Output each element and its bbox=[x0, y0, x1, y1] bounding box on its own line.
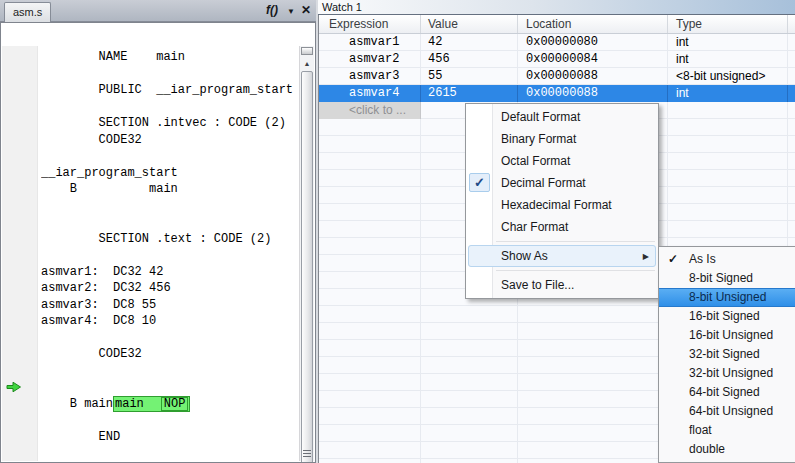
code-line: NAME main bbox=[41, 49, 298, 66]
code-area[interactable]: NAME main PUBLIC __iar_program_start SEC… bbox=[41, 49, 298, 460]
add-expression-placeholder[interactable]: <click to ... bbox=[319, 102, 421, 119]
chevron-down-icon[interactable]: ▼ bbox=[287, 7, 295, 16]
menu-item-decimal-format[interactable]: ✓Decimal Format bbox=[466, 172, 658, 194]
menu-item-show-as[interactable]: Show As ▶ bbox=[468, 245, 656, 267]
cell-expression[interactable]: asmvar3 bbox=[319, 68, 421, 85]
menu-item-char-format[interactable]: Char Format bbox=[466, 216, 658, 238]
column-header-location[interactable]: Location bbox=[518, 15, 668, 33]
watch-title-bar: Watch 1 bbox=[318, 0, 795, 15]
editor-scrollbar[interactable]: ▲ bbox=[299, 46, 314, 461]
code-line: asmvar4: DC8 10 bbox=[41, 313, 298, 330]
code-line: asmvar2: DC32 456 bbox=[41, 280, 298, 297]
cell-value[interactable]: 55 bbox=[421, 68, 518, 85]
code-line bbox=[41, 363, 298, 380]
cell-value[interactable]: 42 bbox=[421, 34, 518, 51]
code-line: asmvar3: DC8 55 bbox=[41, 297, 298, 314]
cell-location: 0x00000080 bbox=[518, 34, 668, 51]
code-line: END bbox=[41, 429, 298, 446]
cell-value[interactable]: 2615 bbox=[421, 85, 518, 102]
submenu-item-64-bit-signed[interactable]: 64-bit Signed bbox=[659, 383, 795, 402]
submenu-item-32-bit-signed[interactable]: 32-bit Signed bbox=[659, 345, 795, 364]
submenu-item-label: As Is bbox=[689, 252, 716, 266]
editor-panel: asm.s f() ▼ ✕ NAME main PUBLIC __iar_pro… bbox=[0, 0, 316, 463]
cell-type: <8-bit unsigned> bbox=[668, 68, 788, 85]
submenu-item-8-bit-unsigned[interactable]: 8-bit Unsigned bbox=[659, 288, 795, 307]
submenu-arrow-icon: ▶ bbox=[643, 246, 649, 268]
breakpoint-gutter[interactable] bbox=[2, 46, 38, 461]
cell-type: int bbox=[668, 51, 788, 68]
menu-item-hexadecimal-format[interactable]: Hexadecimal Format bbox=[466, 194, 658, 216]
submenu-item-64-bit-unsigned[interactable]: 64-bit Unsigned bbox=[659, 402, 795, 421]
editor-tab-bar: asm.s f() ▼ ✕ bbox=[0, 0, 316, 22]
scrollbar-grip-icon[interactable] bbox=[302, 448, 312, 458]
code-line: B main bbox=[41, 181, 298, 198]
cell-type: int bbox=[668, 34, 788, 51]
close-icon[interactable]: ✕ bbox=[301, 3, 311, 17]
cell-type: int bbox=[668, 85, 788, 102]
column-header-spacer bbox=[788, 15, 795, 33]
code-line bbox=[41, 247, 298, 264]
watch-row-asmvar2[interactable]: asmvar2 456 0x00000084 int bbox=[319, 51, 795, 68]
submenu-item-16-bit-unsigned[interactable]: 16-bit Unsigned bbox=[659, 326, 795, 345]
cell-expression[interactable]: asmvar1 bbox=[319, 34, 421, 51]
function-list-icon[interactable]: f() bbox=[266, 3, 278, 17]
menu-item-octal-format[interactable]: Octal Format bbox=[466, 150, 658, 172]
submenu-item-16-bit-signed[interactable]: 16-bit Signed bbox=[659, 307, 795, 326]
ide-window: asm.s f() ▼ ✕ NAME main PUBLIC __iar_pro… bbox=[0, 0, 795, 463]
cell-location: 0x00000088 bbox=[518, 85, 668, 102]
code-line bbox=[41, 214, 298, 231]
menu-separator bbox=[496, 241, 655, 242]
cell-value[interactable]: 456 bbox=[421, 51, 518, 68]
splitter-handle[interactable] bbox=[301, 47, 313, 55]
code-line: __iar_program_start bbox=[41, 165, 298, 182]
cell-expression[interactable]: asmvar2 bbox=[319, 51, 421, 68]
check-icon: ✓ bbox=[469, 173, 490, 192]
watch-header-row: Expression Value Location Type bbox=[319, 15, 795, 34]
code-line: SECTION .intvec : CODE (2) bbox=[41, 115, 298, 132]
format-context-menu: Default Format Binary Format Octal Forma… bbox=[465, 103, 659, 299]
current-statement-line: mainNOP bbox=[41, 379, 298, 396]
cell-location: 0x00000088 bbox=[518, 68, 668, 85]
menu-separator bbox=[496, 270, 655, 271]
cell-location: 0x00000084 bbox=[518, 51, 668, 68]
scrollbar-thumb[interactable] bbox=[301, 71, 313, 463]
menu-item-binary-format[interactable]: Binary Format bbox=[466, 128, 658, 150]
menu-item-save-to-file[interactable]: Save to File... bbox=[466, 274, 658, 296]
submenu-item-double[interactable]: double bbox=[659, 440, 795, 459]
editor-body[interactable]: NAME main PUBLIC __iar_program_start SEC… bbox=[0, 22, 316, 463]
current-instruction: NOP bbox=[161, 397, 189, 411]
column-header-type[interactable]: Type bbox=[668, 15, 788, 33]
tab-asm-s[interactable]: asm.s bbox=[4, 2, 51, 22]
check-icon: ✓ bbox=[668, 250, 678, 269]
code-line: CODE32 bbox=[41, 132, 298, 149]
watch-title: Watch 1 bbox=[322, 1, 362, 13]
menu-item-label: Show As bbox=[501, 249, 548, 263]
menu-item-default-format[interactable]: Default Format bbox=[466, 106, 658, 128]
watch-row-asmvar1[interactable]: asmvar1 42 0x00000080 int bbox=[319, 34, 795, 51]
code-line: asmvar1: DC32 42 bbox=[41, 264, 298, 281]
menu-item-label: Decimal Format bbox=[501, 176, 586, 190]
cell-expression[interactable]: asmvar4 bbox=[319, 85, 421, 102]
submenu-item-32-bit-unsigned[interactable]: 32-bit Unsigned bbox=[659, 364, 795, 383]
submenu-item-as-is[interactable]: ✓As Is bbox=[659, 250, 795, 269]
column-header-value[interactable]: Value bbox=[421, 15, 518, 33]
watch-row-asmvar3[interactable]: asmvar3 55 0x00000088 <8-bit unsigned> bbox=[319, 68, 795, 85]
watch-row-asmvar4-selected[interactable]: asmvar4 2615 0x00000088 int bbox=[319, 85, 795, 102]
current-statement-highlight: mainNOP bbox=[113, 396, 190, 412]
code-line bbox=[41, 99, 298, 116]
execution-arrow-icon bbox=[6, 381, 22, 393]
show-as-submenu: ✓As Is 8-bit Signed 8-bit Unsigned 16-bi… bbox=[658, 246, 795, 463]
submenu-item-float[interactable]: float bbox=[659, 421, 795, 440]
submenu-item-8-bit-signed[interactable]: 8-bit Signed bbox=[659, 269, 795, 288]
scroll-up-icon[interactable]: ▲ bbox=[301, 57, 313, 70]
code-line: PUBLIC __iar_program_start bbox=[41, 82, 298, 99]
current-statement-label: main bbox=[115, 397, 144, 411]
code-line bbox=[41, 330, 298, 347]
code-line bbox=[41, 198, 298, 215]
code-line bbox=[41, 148, 298, 165]
column-header-expression[interactable]: Expression bbox=[319, 15, 421, 33]
code-line bbox=[41, 66, 298, 83]
code-line: SECTION .text : CODE (2) bbox=[41, 231, 298, 248]
code-line: CODE32 bbox=[41, 346, 298, 363]
